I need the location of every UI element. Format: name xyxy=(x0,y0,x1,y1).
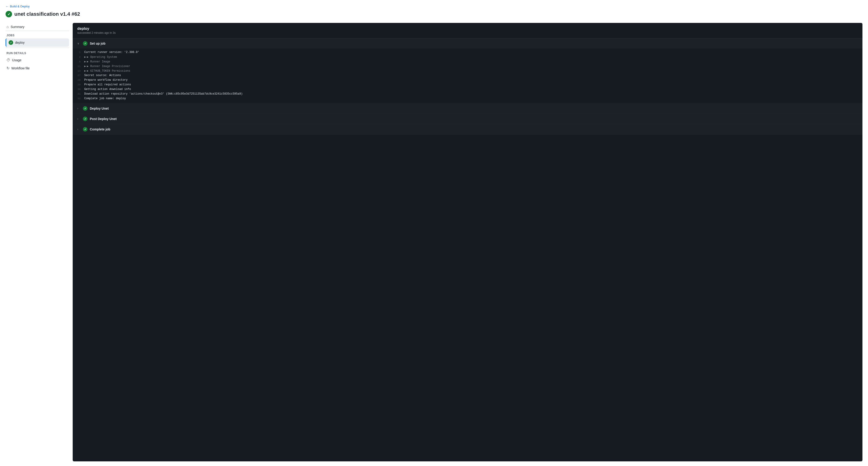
line-number: 29 xyxy=(73,83,84,86)
line-number: 31 xyxy=(73,93,84,95)
log-text: Getting action download info xyxy=(84,88,131,91)
panel-header: deploy succeeded 2 minutes ago in 3s xyxy=(73,23,863,38)
log-text: Prepare workflow directory xyxy=(84,78,128,81)
log-line[interactable]: 27Secret source: Actions xyxy=(73,73,863,78)
step-title-post-deploy-unet: Post Deploy Unet xyxy=(90,117,117,121)
step-title-deploy-unet: Deploy Unet xyxy=(90,107,109,110)
workflow-file-label: Workflow file xyxy=(11,66,30,70)
step-section-complete-job: ›Complete job xyxy=(73,124,863,135)
log-line[interactable]: 28Prepare workflow directory xyxy=(73,78,863,83)
sidebar-item-summary[interactable]: ⌂ Summary xyxy=(5,23,69,31)
log-line[interactable]: 1Current runner version: '2.308.0' xyxy=(73,51,863,55)
log-text: ▶▶ Runner Image xyxy=(84,60,110,63)
run-status-icon xyxy=(5,11,12,18)
deploy-job-label: deploy xyxy=(15,41,25,44)
steps-container: ∨Set up job1Current runner version: '2.3… xyxy=(73,38,863,135)
sidebar-divider-1 xyxy=(5,47,69,48)
log-text: ▶▶ Operating System xyxy=(84,55,117,59)
line-number: 1 xyxy=(73,51,84,54)
page-title-row: unet classification v1.4 #62 xyxy=(5,11,863,18)
step-header-deploy-unet[interactable]: ›Deploy Unet xyxy=(73,103,863,113)
log-line[interactable]: 13▶▶ GITHUB_TOKEN Permissions xyxy=(73,69,863,73)
step-chevron-setup-job: ∨ xyxy=(77,42,81,45)
step-section-deploy-unet: ›Deploy Unet xyxy=(73,103,863,114)
step-title-setup-job: Set up job xyxy=(90,42,105,45)
step-status-icon-deploy-unet xyxy=(83,106,88,111)
log-text: ▶▶ GITHUB_TOKEN Permissions xyxy=(84,69,130,73)
line-number: 6 xyxy=(73,60,84,63)
log-text: Complete job name: deploy xyxy=(84,97,126,100)
step-status-icon-setup-job xyxy=(83,41,88,46)
step-section-setup-job: ∨Set up job1Current runner version: '2.3… xyxy=(73,38,863,103)
log-text: Prepare all required actions xyxy=(84,83,131,86)
log-line[interactable]: 11▶▶ Runner Image Provisioner xyxy=(73,64,863,69)
main-content: ⌂ Summary Jobs deploy Run details ⏱ Usag… xyxy=(5,23,863,461)
log-text: ▶▶ Runner Image Provisioner xyxy=(84,65,130,68)
log-line[interactable]: 29Prepare all required actions xyxy=(73,83,863,88)
back-link[interactable]: ← Build & Deploy xyxy=(5,5,863,8)
log-text: Secret source: Actions xyxy=(84,74,121,77)
main-panel: deploy succeeded 2 minutes ago in 3s ∨Se… xyxy=(73,23,863,461)
log-text: Current runner version: '2.308.0' xyxy=(84,51,140,54)
deploy-job-status-icon xyxy=(8,40,13,45)
step-status-icon-complete-job xyxy=(83,127,88,132)
usage-label: Usage xyxy=(12,58,21,62)
step-header-post-deploy-unet[interactable]: ›Post Deploy Unet xyxy=(73,114,863,124)
log-line[interactable]: 31Download action repository 'actions/ch… xyxy=(73,92,863,97)
panel-title: deploy xyxy=(77,27,858,31)
step-title-complete-job: Complete job xyxy=(90,127,111,131)
step-chevron-deploy-unet: › xyxy=(77,107,81,110)
run-details-section-label: Run details xyxy=(5,49,69,56)
jobs-section-label: Jobs xyxy=(5,31,69,38)
home-icon: ⌂ xyxy=(6,25,9,29)
step-header-setup-job[interactable]: ∨Set up job xyxy=(73,38,863,48)
back-link-label: Build & Deploy xyxy=(10,5,30,8)
line-number: 28 xyxy=(73,79,84,81)
log-content-setup-job: 1Current runner version: '2.308.0'2▶▶ Op… xyxy=(73,48,863,103)
summary-label: Summary xyxy=(11,25,25,29)
line-number: 13 xyxy=(73,70,84,72)
panel-subtitle: succeeded 2 minutes ago in 3s xyxy=(77,31,858,34)
log-text: Download action repository 'actions/chec… xyxy=(84,92,243,96)
log-line[interactable]: 32Complete job name: deploy xyxy=(73,97,863,101)
sidebar-item-workflow-file[interactable]: ↻ Workflow file xyxy=(5,64,69,72)
line-number: 27 xyxy=(73,74,84,77)
sidebar-job-deploy[interactable]: deploy xyxy=(5,38,69,47)
line-number: 32 xyxy=(73,97,84,100)
log-line[interactable]: 30Getting action download info xyxy=(73,88,863,92)
sidebar: ⌂ Summary Jobs deploy Run details ⏱ Usag… xyxy=(5,23,73,461)
usage-icon: ⏱ xyxy=(6,58,10,62)
log-line[interactable]: 6▶▶ Runner Image xyxy=(73,60,863,64)
line-number: 30 xyxy=(73,88,84,91)
step-status-icon-post-deploy-unet xyxy=(83,116,88,121)
back-arrow-icon: ← xyxy=(5,5,8,8)
step-header-complete-job[interactable]: ›Complete job xyxy=(73,124,863,134)
page-title: unet classification v1.4 #62 xyxy=(14,11,80,17)
step-chevron-complete-job: › xyxy=(77,128,81,131)
line-number: 11 xyxy=(73,65,84,68)
line-number: 2 xyxy=(73,56,84,59)
log-line[interactable]: 2▶▶ Operating System xyxy=(73,55,863,60)
sidebar-item-usage[interactable]: ⏱ Usage xyxy=(5,56,69,64)
step-chevron-post-deploy-unet: › xyxy=(77,117,81,121)
step-section-post-deploy-unet: ›Post Deploy Unet xyxy=(73,114,863,124)
workflow-file-icon: ↻ xyxy=(6,66,9,70)
